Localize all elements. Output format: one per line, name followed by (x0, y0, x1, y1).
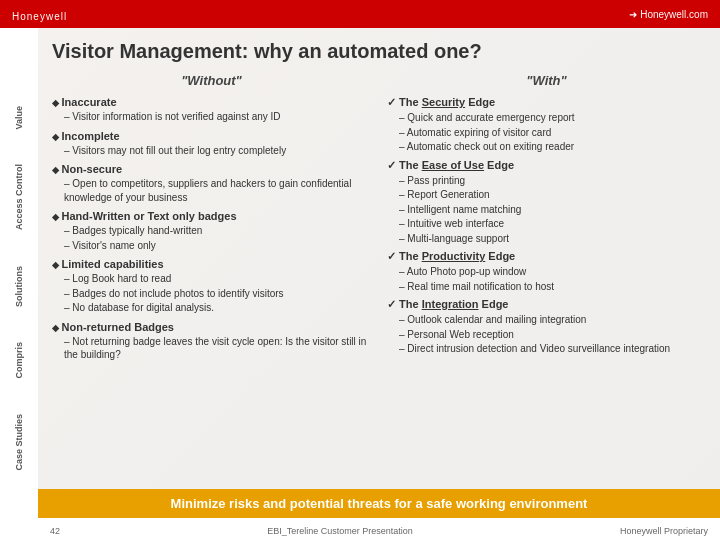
productivity-bullet-1: Real time mail notification to host (387, 280, 706, 294)
left-column: "Without" Inaccurate Visitor information… (52, 73, 371, 363)
integration-bullet-1: Personal Web reception (387, 328, 706, 342)
ease-bullet-1: Report Generation (387, 188, 706, 202)
sidebar-label-access: Access Control (14, 164, 24, 230)
ease-edge-header: The Ease of Use Edge (387, 159, 706, 172)
section-limited-title: Limited capabilities (52, 258, 371, 270)
sidebar: Value Access Control Solutions Compris C… (0, 28, 38, 508)
integration-underline: Integration (422, 298, 479, 310)
security-edge-header: The Security Edge (387, 96, 706, 109)
security-bullet-0: Quick and accurate emergency report (387, 111, 706, 125)
sidebar-label-case: Case Studies (14, 414, 24, 471)
sidebar-label-compris: Compris (14, 342, 24, 379)
footer-page-number: 42 (50, 526, 60, 536)
page-title: Visitor Management: why an automated one… (52, 40, 706, 63)
footer-center: EBI_Tereline Customer Presentation (267, 526, 413, 536)
ease-bullet-3: Intuitive web interface (387, 217, 706, 231)
handwritten-bullet-1: Visitor's name only (52, 239, 371, 253)
columns: "Without" Inaccurate Visitor information… (52, 73, 706, 363)
section-nonreturned-title: Non-returned Badges (52, 321, 371, 333)
section-nonsecure-title: Non-secure (52, 163, 371, 175)
nonreturned-bullet-0: Not returning badge leaves the visit cyc… (52, 335, 371, 362)
limited-bullet-0: Log Book hard to read (52, 272, 371, 286)
footer-right: Honeywell Proprietary (620, 526, 708, 536)
ease-bullet-4: Multi-language support (387, 232, 706, 246)
left-col-header: "Without" (52, 73, 371, 88)
productivity-underline: Productivity (422, 250, 486, 262)
security-underline: Security (422, 96, 465, 108)
incomplete-bullet-0: Visitors may not fill out their log entr… (52, 144, 371, 158)
productivity-bullet-0: Auto Photo pop-up window (387, 265, 706, 279)
content-wrapper: Visitor Management: why an automated one… (52, 40, 706, 363)
section-inaccurate-title: Inaccurate (52, 96, 371, 108)
section-incomplete-title: Incomplete (52, 130, 371, 142)
main-content: Visitor Management: why an automated one… (38, 28, 720, 369)
top-bar: Honeywell ➜ Honeywell.com (0, 0, 720, 28)
integration-bullet-0: Outlook calendar and mailing integration (387, 313, 706, 327)
security-bullet-2: Automatic check out on exiting reader (387, 140, 706, 154)
limited-bullet-2: No database for digital analysis. (52, 301, 371, 315)
bottom-banner: Minimize risks and potential threats for… (38, 489, 720, 518)
honeywell-logo: Honeywell (12, 4, 67, 25)
section-handwritten-title: Hand-Written or Text only badges (52, 210, 371, 222)
brand-name: Honeywell (12, 11, 67, 22)
sidebar-label-value: Value (14, 106, 24, 130)
productivity-edge-header: The Productivity Edge (387, 250, 706, 263)
integration-bullet-2: Direct intrusion detection and Video sur… (387, 342, 706, 356)
nonsecure-bullet-0: Open to competitors, suppliers and hacke… (52, 177, 371, 204)
security-bullet-1: Automatic expiring of visitor card (387, 126, 706, 140)
inaccurate-bullet-0: Visitor information is not verified agai… (52, 110, 371, 124)
handwritten-bullet-0: Badges typically hand-written (52, 224, 371, 238)
right-column: "With" The Security Edge Quick and accur… (387, 73, 706, 363)
sidebar-label-solutions: Solutions (14, 266, 24, 307)
footer: 42 EBI_Tereline Customer Presentation Ho… (38, 526, 720, 536)
integration-edge-header: The Integration Edge (387, 298, 706, 311)
ease-underline: Ease of Use (422, 159, 484, 171)
limited-bullet-1: Badges do not include photos to identify… (52, 287, 371, 301)
website-link: ➜ Honeywell.com (629, 9, 708, 20)
ease-bullet-2: Intelligent name matching (387, 203, 706, 217)
ease-bullet-0: Pass printing (387, 174, 706, 188)
right-col-header: "With" (387, 73, 706, 88)
